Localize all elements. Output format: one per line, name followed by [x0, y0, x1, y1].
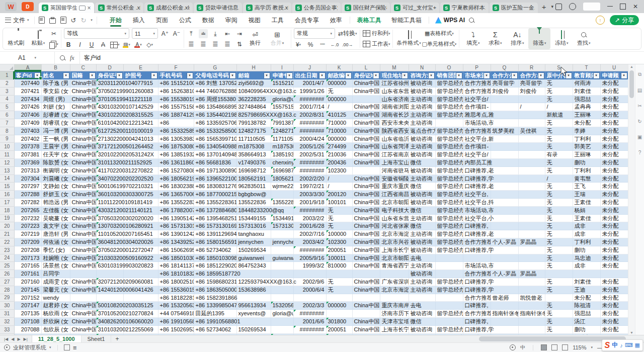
- row-header[interactable]: 31: [0, 310, 14, 318]
- table-header-cell[interactable]: 合作方名▾: [518, 71, 545, 80]
- cell[interactable]: 主动咨询: [409, 214, 435, 222]
- cell[interactable]: [491, 111, 518, 119]
- cell[interactable]: 207165: [14, 262, 41, 270]
- cell[interactable]: +86: [158, 119, 194, 127]
- cell[interactable]: China中国: [70, 254, 96, 262]
- cell[interactable]: 未分配: [600, 135, 628, 143]
- cell[interactable]: 胡睿琪 (女: [41, 119, 70, 127]
- cell[interactable]: 北京市朝阳: [380, 198, 409, 206]
- cell[interactable]: +86 15538019: [158, 95, 194, 103]
- filter-dropdown-icon[interactable]: ▾: [456, 72, 462, 79]
- cell[interactable]: 207403: [14, 127, 41, 135]
- cell[interactable]: 无: [545, 143, 573, 151]
- cell[interactable]: 刘素佳: [573, 87, 600, 95]
- cell[interactable]: +86 18501030: [158, 254, 194, 262]
- cell[interactable]: 327484864: [236, 103, 271, 111]
- cell[interactable]: China中国: [70, 143, 96, 151]
- cell[interactable]: 未分配: [600, 246, 628, 254]
- cell[interactable]: 无: [545, 254, 573, 262]
- toolbox-icon[interactable]: ▦: [635, 342, 640, 348]
- cell[interactable]: 留学总经办: [435, 158, 463, 166]
- last-sheet-icon[interactable]: ▶|: [24, 337, 28, 341]
- cell[interactable]: 207173: [14, 254, 41, 262]
- cell[interactable]: 未分配: [600, 302, 628, 310]
- wps-ai-button[interactable]: WPS AI: [431, 17, 469, 24]
- cell[interactable]: 上海市长宁: [380, 246, 409, 254]
- normal-view-icon[interactable]: [541, 344, 547, 350]
- cell[interactable]: China中国: [70, 238, 96, 246]
- cell[interactable]: 杨娟: [573, 206, 600, 214]
- cell[interactable]: 袁文宇 (女: [41, 222, 70, 230]
- cell[interactable]: [491, 286, 518, 294]
- cell[interactable]: [352, 166, 380, 174]
- cell[interactable]: 口碑推荐,学: [463, 174, 491, 183]
- cell[interactable]: China中国: [70, 302, 96, 310]
- column-header-I[interactable]: I: [271, 64, 293, 71]
- column-header-A[interactable]: A: [14, 64, 41, 71]
- cell[interactable]: +86 52734062: [194, 325, 236, 333]
- cell[interactable]: China中国: [352, 119, 380, 127]
- cell[interactable]: guiwanwei: [236, 254, 271, 262]
- cell[interactable]: [491, 119, 518, 127]
- cell[interactable]: 320311200104077915: [96, 79, 123, 87]
- cell[interactable]: 825798695XXX@163.c: [236, 111, 271, 119]
- cell[interactable]: +86 15263810: [158, 87, 194, 95]
- cell[interactable]: +44 7460762888: [194, 87, 236, 95]
- cell[interactable]: 122593794XXX@163.c: [236, 278, 271, 286]
- cell[interactable]: +86 1582391866: [194, 294, 236, 302]
- cell[interactable]: 黄韦慧: [573, 174, 600, 183]
- cell[interactable]: China中国: [352, 143, 380, 151]
- cell[interactable]: 罗晶晶: [518, 270, 545, 278]
- cell[interactable]: 500108200203035125: [96, 302, 123, 310]
- cell[interactable]: 雅思考点,雅: [463, 111, 491, 119]
- cell[interactable]: 筑梦美程: [491, 127, 518, 135]
- cell[interactable]: 合作方推荐: [463, 87, 491, 95]
- table-header-cell[interactable]: 手机号码▾: [158, 71, 194, 80]
- row-header[interactable]: 22: [0, 238, 14, 246]
- align-left-icon[interactable]: ☰: [187, 40, 196, 49]
- cell[interactable]: 207147: [14, 302, 41, 310]
- cell[interactable]: 微信: [409, 158, 435, 166]
- cell[interactable]: China中国: [70, 79, 96, 87]
- cell[interactable]: +86 1339985047: [194, 302, 236, 310]
- cell[interactable]: +86 15731301: [158, 222, 194, 230]
- cell[interactable]: 天津市宝坻: [380, 317, 409, 325]
- cell[interactable]: 社交平台/: [463, 95, 491, 103]
- table-header-cell[interactable]: 申请专用▾: [271, 71, 293, 80]
- cell[interactable]: 湖南省长沙: [380, 111, 409, 119]
- cell[interactable]: China中国: [70, 278, 96, 286]
- cell[interactable]: [96, 294, 123, 302]
- filter-dropdown-icon[interactable]: ▾: [373, 72, 379, 79]
- cell[interactable]: 被动咨询: [409, 238, 435, 246]
- cell[interactable]: ########: [293, 246, 326, 254]
- cell[interactable]: 刘素佳: [573, 278, 600, 286]
- cell[interactable]: China中国: [352, 198, 380, 206]
- cell[interactable]: 2001/4/7: [293, 79, 326, 87]
- cell[interactable]: 2002/5/31: [293, 151, 326, 159]
- panel-icon-layout[interactable]: ▤: [637, 87, 642, 93]
- cell[interactable]: /: [326, 103, 352, 111]
- cell[interactable]: 上海市长宁: [380, 325, 409, 333]
- row-header[interactable]: 23: [0, 246, 14, 254]
- cell[interactable]: 主动咨询: [409, 230, 435, 238]
- cell[interactable]: 32010220020531242X: [96, 151, 123, 159]
- cell[interactable]: China中国: [352, 158, 380, 166]
- cell[interactable]: 320721200209060081: [96, 278, 123, 286]
- filter-dropdown-icon[interactable]: ▾: [511, 72, 518, 79]
- cell[interactable]: 962835011: [236, 183, 271, 191]
- row-header[interactable]: 12: [0, 158, 14, 166]
- cell[interactable]: [123, 294, 158, 302]
- document-tab[interactable]: S成都公积金.xlsx: [144, 3, 193, 13]
- column-header-G[interactable]: G: [194, 64, 236, 71]
- cell[interactable]: 210036: [326, 151, 352, 159]
- cell[interactable]: 无: [545, 183, 573, 191]
- cell[interactable]: 返点合作方: [409, 127, 435, 135]
- row-header[interactable]: 27: [0, 278, 14, 286]
- cell[interactable]: 207232: [14, 214, 41, 222]
- cell[interactable]: 360481200304020026: [96, 238, 123, 246]
- cell[interactable]: [236, 317, 271, 325]
- cell[interactable]: 山东省东营: [380, 214, 409, 222]
- cell[interactable]: 未分配: [600, 238, 628, 246]
- cell[interactable]: China中国: [70, 103, 96, 111]
- cell[interactable]: 合作项目-: [463, 103, 491, 111]
